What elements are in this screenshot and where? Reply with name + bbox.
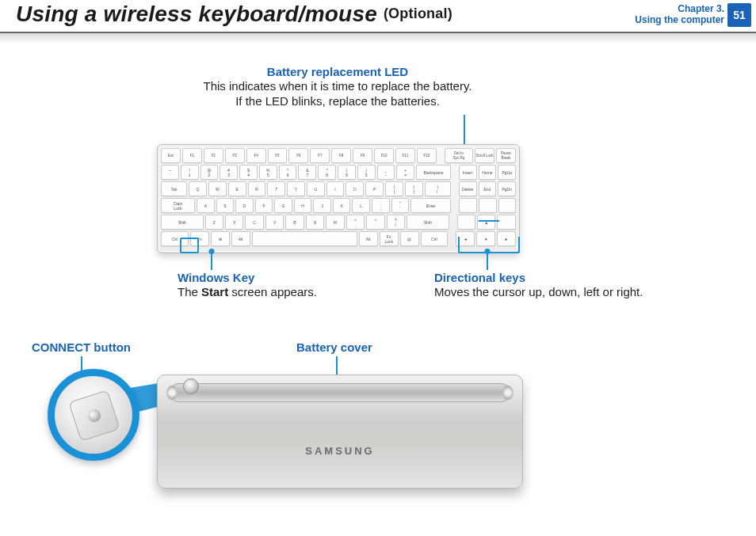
keyboard-key: Insert xyxy=(459,165,477,180)
leader-windows-key xyxy=(211,251,212,270)
keyboard-row: CtrlFn⊞AltAltFn Lock▤Ctrl◄▼► xyxy=(161,231,516,246)
keyboard-key: Enter xyxy=(410,198,451,213)
keyboard-key: F8 xyxy=(331,148,351,163)
keyboard-key: Y xyxy=(287,181,305,196)
keyboard-key: N xyxy=(306,215,324,230)
keyboard-key: H xyxy=(294,198,312,213)
header-rule xyxy=(0,32,756,33)
keyboard-key: F3 xyxy=(225,148,245,163)
keyboard-key: W xyxy=(208,181,227,196)
connect-magnifier xyxy=(48,369,139,461)
keyboard-key: $ 4 xyxy=(239,165,258,180)
keyboard-key: F xyxy=(255,198,273,213)
keyboard-key: { [ xyxy=(385,181,403,196)
keyboard-key: Pause Break xyxy=(496,148,516,163)
keyboard-row: EscF1F2F3F4F5F6F7F8F9F10F11F12Del to Sys… xyxy=(161,148,516,163)
keyboard-key: F2 xyxy=(204,148,223,163)
keyboard-key: ▼ xyxy=(476,231,495,246)
page-header: Using a wireless keyboard/mouse (Optiona… xyxy=(2,2,756,33)
keyboard-key: ~ ` xyxy=(161,165,179,180)
keyboard-key: Fn Lock xyxy=(380,231,399,246)
keyboard-key xyxy=(479,198,497,213)
keyboard-key: } ] xyxy=(405,181,423,196)
keyboard-key: > . xyxy=(366,215,384,230)
keyboard-key: R xyxy=(248,181,266,196)
page-number-badge: 51 xyxy=(727,3,751,27)
keyboard-key: Z xyxy=(205,215,223,230)
keyboard-key: Del to Sys Rq xyxy=(445,148,473,163)
keyboard-key xyxy=(497,215,515,230)
keyboard-key: Home xyxy=(479,165,497,180)
keyboard-key: Esc xyxy=(161,148,181,163)
keyboard-key: E xyxy=(228,181,246,196)
keyboard-gap xyxy=(452,198,457,213)
keyboard-key: ► xyxy=(497,231,516,246)
keyboard-key: < , xyxy=(346,215,365,230)
keyboard-key: Ctrl xyxy=(161,231,189,246)
leader-directional xyxy=(487,251,488,270)
keyboard-key: O xyxy=(346,181,364,196)
callout-win-body: The Start screen appears. xyxy=(178,284,399,299)
callout-battery-cover: Battery cover xyxy=(296,340,372,354)
keyboard-gap xyxy=(438,148,443,163)
callout-win-pre: The xyxy=(178,285,201,298)
callout-cover-title: Battery cover xyxy=(296,340,372,354)
keyboard-key: | \ xyxy=(425,181,451,196)
keyboard-key: I xyxy=(326,181,345,196)
keyboard-key: K xyxy=(333,198,351,213)
keyboard-key: U xyxy=(307,181,325,196)
keyboard-key: @ 2 xyxy=(200,165,219,180)
keyboard-key: ▤ xyxy=(400,231,419,246)
callout-connect: CONNECT button xyxy=(32,340,131,354)
connect-button-icon xyxy=(68,390,120,442)
chapter-line-1: Chapter 3. xyxy=(635,3,724,14)
keyboard-key xyxy=(252,231,357,246)
keyboard-key: ▲ xyxy=(477,215,495,230)
title-main: Using a wireless keyboard/mouse xyxy=(16,2,377,26)
keyboard-gap xyxy=(452,165,457,180)
callout-win-post: screen appears. xyxy=(228,285,317,298)
keyboard-key: ⊞ xyxy=(211,231,230,246)
keyboard-key: # 3 xyxy=(220,165,238,180)
callout-dir-body: Moves the cursor up, down, left or right… xyxy=(434,284,720,299)
keyboard-key: _ - xyxy=(377,165,395,180)
keyboard-key: L xyxy=(352,198,370,213)
keyboard-gap xyxy=(449,231,454,246)
page-title: Using a wireless keyboard/mouse (Optiona… xyxy=(16,2,452,27)
keyboard-key: * 8 xyxy=(318,165,336,180)
keyboard-key: PgDn xyxy=(498,181,516,196)
keyboard-underside: SAMSUNG xyxy=(157,374,523,488)
callout-connect-title: CONNECT button xyxy=(32,340,131,354)
keyboard-key: ( 9 xyxy=(338,165,356,180)
title-suffix: (Optional) xyxy=(384,6,452,21)
callout-led-line2: If the LED blinks, replace the batteries… xyxy=(195,93,480,108)
keyboard-key: P xyxy=(365,181,384,196)
keyboard-key: F5 xyxy=(268,148,288,163)
keyboard-key: J xyxy=(313,198,331,213)
keyboard-key: M xyxy=(326,215,344,230)
keyboard-row: Caps LockASDFGHJKL: ;" 'Enter xyxy=(161,198,516,213)
keyboard-key: F1 xyxy=(182,148,202,163)
keyboard-diagram: EscF1F2F3F4F5F6F7F8F9F10F11F12Del to Sys… xyxy=(157,144,520,253)
keyboard-key: F9 xyxy=(353,148,372,163)
keyboard-key: F11 xyxy=(395,148,415,163)
connect-button-on-device xyxy=(183,378,199,394)
keyboard-key: Shift xyxy=(161,215,204,230)
keyboard-key: % 5 xyxy=(259,165,277,180)
keyboard-key: B xyxy=(285,215,304,230)
keyboard-key: End xyxy=(479,181,497,196)
keyboard-key: Scroll Lock xyxy=(475,148,494,163)
keyboard-key: Tab xyxy=(161,181,187,196)
keyboard-key: F4 xyxy=(246,148,266,163)
keyboard-gap xyxy=(451,215,456,230)
keyboard-key: F12 xyxy=(417,148,437,163)
keyboard-key: F7 xyxy=(310,148,330,163)
keyboard-key: F10 xyxy=(374,148,394,163)
keyboard-key: Q xyxy=(189,181,207,196)
keyboard-key: + = xyxy=(396,165,414,180)
keyboard-key: ? / xyxy=(387,215,405,230)
keyboard-key: X xyxy=(225,215,243,230)
keyboard-key: C xyxy=(245,215,263,230)
keyboard-key: : ; xyxy=(372,198,390,213)
callout-led-title: Battery replacement LED xyxy=(195,65,480,78)
